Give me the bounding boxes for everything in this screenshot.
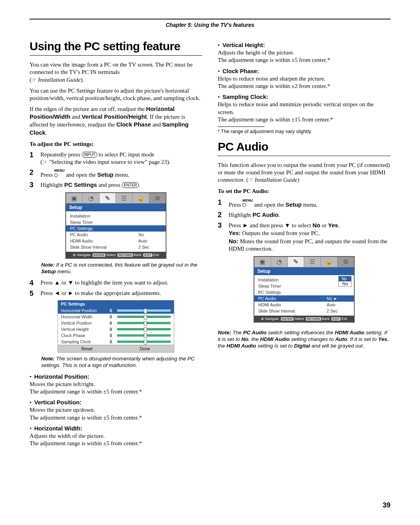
bullet-clock-phase: •Clock Phase: Helps to reduce noise and …: [218, 67, 390, 90]
page-number: 39: [383, 501, 390, 509]
bullet-vertical-position: •Vertical Position: Moves the picture up…: [30, 399, 202, 421]
note-1: Note: If a PC is not connected, this fea…: [41, 262, 202, 275]
pc-settings-panel: PC Settings Horizontal Position0 Horizon…: [58, 300, 174, 353]
osd-tab-lock-icon: 🔒: [133, 193, 149, 203]
osd-setup-menu-2: ▣ ◔ ✎ ☰ 🔒 ⚙ Setup Installation Sleep Tim…: [254, 256, 355, 323]
osd-tab-icon: ◔: [83, 193, 100, 203]
osd-popup: No Yes: [338, 276, 352, 287]
osd-title: Setup: [254, 267, 354, 275]
osd-tab-icon: ⚙: [338, 257, 354, 267]
page-top-rule: [30, 19, 390, 19]
osd-tab-icon: ✎: [288, 257, 304, 267]
step-2b: 2 Highlight PC Audio.: [218, 211, 390, 219]
bullet-horizontal-position: •Horizontal Position: Moves the picture …: [30, 373, 202, 396]
osd-tab-icon: ⚙: [149, 193, 166, 203]
bullet-vertical-height: •Vertical Height: Adjusts the height of …: [218, 41, 390, 64]
step-2: 2 Press MENU◯ and open the Setup menu.: [30, 169, 202, 179]
step-3: 3 Highlight PC Settings and press ENTER.: [30, 181, 202, 189]
osd-tab-icon: ▣: [66, 193, 83, 203]
footnote-rule: [218, 126, 264, 127]
section-title-pc-audio: PC Audio: [218, 140, 390, 153]
osd-footer: ⊕ Navigate ENTERSelect RETURNBack EXITEx…: [66, 252, 166, 258]
bullet-sampling-clock: •Sampling Clock: Helps to reduce noise a…: [218, 93, 390, 123]
para-intro-2: You can use the PC Settings feature to a…: [30, 87, 202, 102]
osd-setup-menu-1: ▣ ◔ ✎ ☰ 🔒 ⚙ Setup Installation Sleep Tim…: [65, 192, 166, 259]
input-button-icon: INPUT: [82, 152, 97, 158]
para-intro-1: You can view the image from a PC on the …: [30, 61, 202, 84]
section-title-pc-setting: Using the PC setting feature: [30, 40, 202, 53]
menu-button-icon: MENU◯: [242, 198, 253, 207]
step-3b: 3 Press ► and then press ▼ to select No …: [218, 221, 390, 253]
para-intro-3: If the edges of the picture are cut off,…: [30, 105, 202, 137]
subhead-adjust-pc: To adjust the PC settings:: [30, 140, 202, 148]
left-column: Using the PC setting feature You can vie…: [30, 40, 202, 450]
step-5: 5Press ◄ or ► to make the appropriate ad…: [30, 290, 202, 298]
enter-button-icon: ENTER: [122, 182, 139, 188]
osd-tab-icon: ✎: [100, 193, 116, 203]
section-rule: [30, 55, 202, 56]
menu-button-icon: MENU◯: [54, 169, 65, 177]
osd-tab-icon: ☰: [304, 257, 321, 267]
step-4: 4Press ▲ or ▼ to highlight the item you …: [30, 279, 202, 287]
osd-tab-lock-icon: 🔒: [321, 257, 338, 267]
osd-title: Setup: [66, 204, 166, 211]
note-2: Note: The screen is disrupted momentaril…: [41, 356, 202, 369]
step-1b: 1 Press MENU◯ and open the Setup menu.: [218, 198, 390, 209]
osd-tab-icon: ◔: [271, 257, 288, 267]
osd-footer: ⊕ Navigate ENTERSelect RETURNBack EXITEx…: [254, 316, 354, 322]
bullet-horizontal-width: •Horizontal Width: Adjusts the width of …: [30, 425, 202, 448]
section-rule: [218, 156, 390, 156]
chapter-header: Chapter 5: Using the TV's features: [30, 22, 390, 28]
osd-tab-icon: ▣: [254, 257, 271, 267]
subhead-set-pc-audio: To set the PC Audio:: [218, 188, 390, 195]
footnote: * The range of adjustment may vary sligh…: [218, 128, 390, 135]
note-pc-audio: Note: The PC Audio switch setting influe…: [218, 330, 390, 349]
right-column: •Vertical Height: Adjusts the height of …: [218, 40, 390, 450]
osd-tab-icon: ☰: [116, 193, 133, 203]
pc-audio-intro: This function allows you to output the s…: [218, 162, 390, 184]
step-1: 1 Repeatedly press INPUT to select PC in…: [30, 151, 202, 166]
